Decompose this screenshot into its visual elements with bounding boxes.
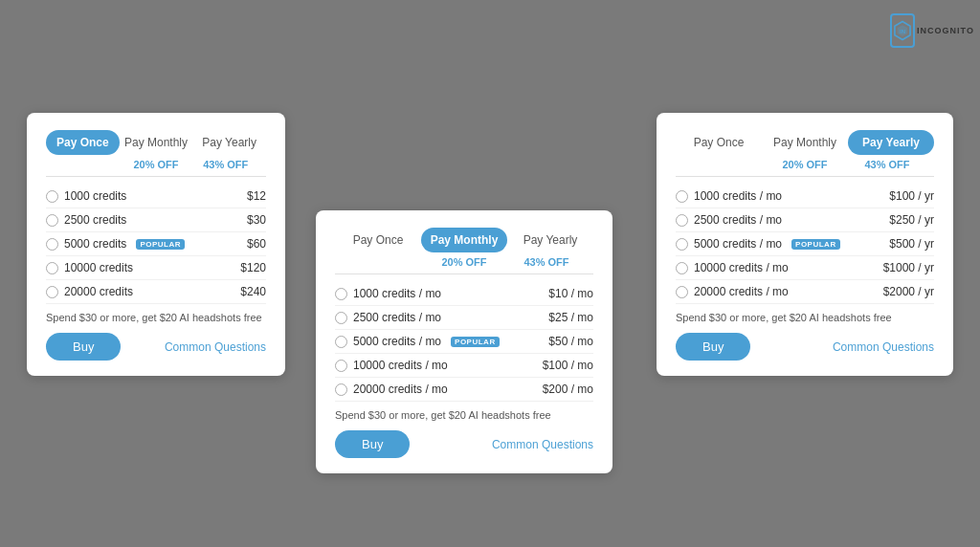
credit-price-10000-right: $1000 / yr bbox=[883, 261, 934, 274]
promo-text-right: Spend $30 or more, get $20 AI headshots … bbox=[676, 312, 934, 323]
discount-yearly-center: 43% OFF bbox=[505, 256, 588, 268]
popular-badge-right: POPULAR bbox=[791, 239, 840, 250]
tab-pay-yearly-right[interactable]: Pay Yearly bbox=[848, 130, 934, 155]
discount-row-right: 20% OFF 43% OFF bbox=[676, 159, 934, 170]
credit-price-5000-right: $500 / yr bbox=[889, 237, 934, 251]
radio-20000-right[interactable] bbox=[676, 286, 688, 298]
radio-1000-center[interactable] bbox=[335, 288, 347, 300]
credit-label-10000-left: 10000 credits bbox=[64, 261, 133, 274]
credit-label-20000-right: 20000 credits / mo bbox=[694, 285, 789, 298]
radio-10000-center[interactable] bbox=[335, 360, 347, 372]
tab-pay-monthly-left[interactable]: Pay Monthly bbox=[120, 130, 193, 155]
discount-yearly-left: 43% OFF bbox=[190, 159, 260, 170]
credit-label-2500-center: 2500 credits / mo bbox=[353, 311, 441, 324]
background: IN INCOGNITO Pay Once Pay Monthly Pay Ye… bbox=[0, 0, 980, 547]
credit-row-1000-center: 1000 credits / mo $10 / mo bbox=[335, 282, 593, 306]
credit-label-20000-left: 20000 credits bbox=[64, 285, 133, 298]
radio-10000-right[interactable] bbox=[676, 262, 688, 274]
discount-yearly-right: 43% OFF bbox=[846, 159, 928, 170]
radio-2500-left[interactable] bbox=[46, 214, 58, 227]
credit-label-20000-center: 20000 credits / mo bbox=[353, 383, 448, 396]
common-questions-link-right[interactable]: Common Questions bbox=[833, 340, 934, 354]
buy-button-left[interactable]: Buy bbox=[46, 333, 121, 361]
radio-5000-center[interactable] bbox=[335, 336, 347, 348]
tab-pay-monthly-center[interactable]: Pay Monthly bbox=[421, 228, 507, 252]
tab-pay-yearly-center[interactable]: Pay Yearly bbox=[507, 228, 593, 252]
bottom-row-center: Buy Common Questions bbox=[335, 430, 593, 458]
radio-2500-right[interactable] bbox=[676, 214, 688, 227]
discount-monthly-center: 20% OFF bbox=[423, 256, 505, 268]
credit-label-10000-right: 10000 credits / mo bbox=[694, 261, 789, 274]
divider-right bbox=[676, 176, 934, 177]
logo: IN INCOGNITO bbox=[898, 11, 967, 50]
credit-price-20000-center: $200 / mo bbox=[543, 383, 593, 396]
credit-label-2500-left: 2500 credits bbox=[64, 213, 126, 227]
tab-pay-yearly-left[interactable]: Pay Yearly bbox=[192, 130, 266, 155]
promo-text-center: Spend $30 or more, get $20 AI headshots … bbox=[335, 409, 593, 421]
discount-row-left: 20% OFF 43% OFF bbox=[46, 159, 266, 170]
radio-5000-right[interactable] bbox=[676, 238, 688, 251]
svg-text:IN: IN bbox=[900, 29, 905, 34]
credit-row-20000-center: 20000 credits / mo $200 / mo bbox=[335, 378, 593, 402]
tab-row-left: Pay Once Pay Monthly Pay Yearly bbox=[46, 130, 266, 155]
bottom-row-right: Buy Common Questions bbox=[676, 333, 934, 361]
common-questions-link-left[interactable]: Common Questions bbox=[165, 340, 266, 354]
credit-price-1000-left: $12 bbox=[247, 189, 266, 203]
bottom-row-left: Buy Common Questions bbox=[46, 333, 266, 361]
discount-monthly-right: 20% OFF bbox=[764, 159, 846, 170]
credit-row-10000-right: 10000 credits / mo $1000 / yr bbox=[676, 256, 934, 280]
divider-center bbox=[335, 274, 593, 274]
credit-price-20000-right: $2000 / yr bbox=[883, 285, 934, 298]
radio-10000-left[interactable] bbox=[46, 262, 58, 274]
buy-button-center[interactable]: Buy bbox=[335, 430, 410, 458]
logo-text: INCOGNITO bbox=[917, 26, 974, 35]
credit-row-10000-left: 10000 credits $120 bbox=[46, 256, 266, 280]
radio-2500-center[interactable] bbox=[335, 312, 347, 324]
credit-row-2500-right: 2500 credits / mo $250 / yr bbox=[676, 208, 934, 232]
card-pay-once: Pay Once Pay Monthly Pay Yearly 20% OFF … bbox=[27, 113, 285, 376]
popular-badge-left: POPULAR bbox=[136, 239, 185, 250]
credit-price-5000-left: $60 bbox=[247, 237, 266, 251]
card-pay-monthly: Pay Once Pay Monthly Pay Yearly 20% OFF … bbox=[316, 210, 612, 473]
buy-button-right[interactable]: Buy bbox=[676, 333, 750, 361]
credit-label-2500-right: 2500 credits / mo bbox=[694, 213, 782, 227]
credit-price-2500-center: $25 / mo bbox=[548, 311, 593, 324]
radio-20000-left[interactable] bbox=[46, 286, 58, 298]
credit-label-5000-right: 5000 credits / mo bbox=[694, 237, 782, 251]
discount-row-center: 20% OFF 43% OFF bbox=[335, 256, 593, 268]
card-pay-yearly: Pay Once Pay Monthly Pay Yearly 20% OFF … bbox=[657, 113, 953, 376]
credit-label-1000-right: 1000 credits / mo bbox=[694, 189, 782, 203]
tab-pay-once-right[interactable]: Pay Once bbox=[676, 130, 762, 155]
credit-row-2500-left: 2500 credits $30 bbox=[46, 208, 266, 232]
discount-monthly-left: 20% OFF bbox=[122, 159, 191, 170]
promo-text-left: Spend $30 or more, get $20 AI headshots … bbox=[46, 312, 266, 323]
credit-row-5000-left: 5000 credits POPULAR $60 bbox=[46, 232, 266, 256]
credit-label-1000-left: 1000 credits bbox=[64, 189, 126, 203]
credit-price-1000-center: $10 / mo bbox=[548, 287, 593, 300]
credit-label-1000-center: 1000 credits / mo bbox=[353, 287, 441, 300]
credit-row-10000-center: 10000 credits / mo $100 / mo bbox=[335, 354, 593, 378]
logo-box: IN bbox=[890, 13, 915, 48]
credit-row-20000-left: 20000 credits $240 bbox=[46, 280, 266, 304]
credit-row-2500-center: 2500 credits / mo $25 / mo bbox=[335, 306, 593, 330]
radio-5000-left[interactable] bbox=[46, 238, 58, 251]
credit-price-10000-left: $120 bbox=[240, 261, 266, 274]
credit-price-10000-center: $100 / mo bbox=[543, 359, 593, 372]
divider-left bbox=[46, 176, 266, 177]
tab-pay-once-center[interactable]: Pay Once bbox=[335, 228, 421, 252]
radio-20000-center[interactable] bbox=[335, 383, 347, 396]
radio-1000-right[interactable] bbox=[676, 190, 688, 203]
popular-badge-center: POPULAR bbox=[451, 337, 500, 347]
credit-row-1000-right: 1000 credits / mo $100 / yr bbox=[676, 185, 934, 208]
tab-pay-monthly-right[interactable]: Pay Monthly bbox=[762, 130, 848, 155]
credit-label-10000-center: 10000 credits / mo bbox=[353, 359, 448, 372]
tab-pay-once-left[interactable]: Pay Once bbox=[46, 130, 120, 155]
credit-label-5000-left: 5000 credits bbox=[64, 237, 126, 251]
common-questions-link-center[interactable]: Common Questions bbox=[492, 438, 593, 451]
credit-label-5000-center: 5000 credits / mo bbox=[353, 335, 441, 348]
radio-1000-left[interactable] bbox=[46, 190, 58, 203]
credit-price-2500-left: $30 bbox=[247, 213, 266, 227]
credit-price-5000-center: $50 / mo bbox=[548, 335, 593, 348]
credit-row-5000-right: 5000 credits / mo POPULAR $500 / yr bbox=[676, 232, 934, 256]
credit-row-1000-left: 1000 credits $12 bbox=[46, 185, 266, 208]
